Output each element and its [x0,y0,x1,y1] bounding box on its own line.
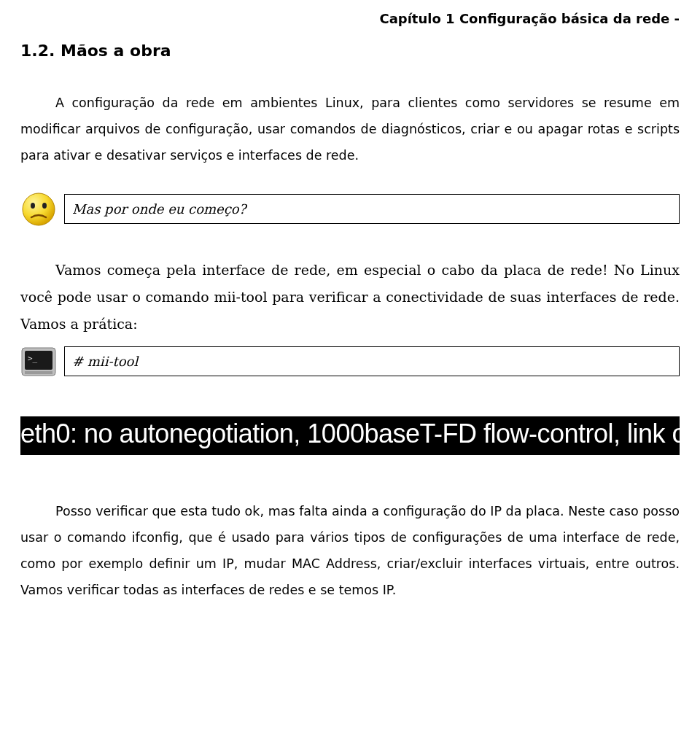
thinking-face-icon [20,191,57,228]
paragraph-intro: A configuração da rede em ambientes Linu… [20,90,680,169]
console-output: eth0: no autonegotiation, 1000baseT-FD f… [20,416,680,455]
command-box: # mii-tool [64,346,680,376]
svg-rect-6 [25,371,52,374]
terminal-icon: >_ [20,343,57,380]
section-title: 1.2. Mãos a obra [20,39,680,63]
chapter-header: Capítulo 1 Configuração básica da rede - [20,9,680,28]
svg-point-0 [23,193,55,225]
callout-question-row: Mas por onde eu começo? [20,191,680,228]
svg-text:>_: >_ [28,354,38,363]
callout-question-box: Mas por onde eu começo? [64,194,680,224]
svg-point-2 [42,203,47,209]
svg-point-1 [31,203,35,209]
paragraph-mii-tool: Vamos começa pela interface de rede, em … [20,257,680,338]
paragraph-ifconfig: Posso verificar que esta tudo ok, mas fa… [20,499,680,604]
command-row: >_ # mii-tool [20,343,680,380]
